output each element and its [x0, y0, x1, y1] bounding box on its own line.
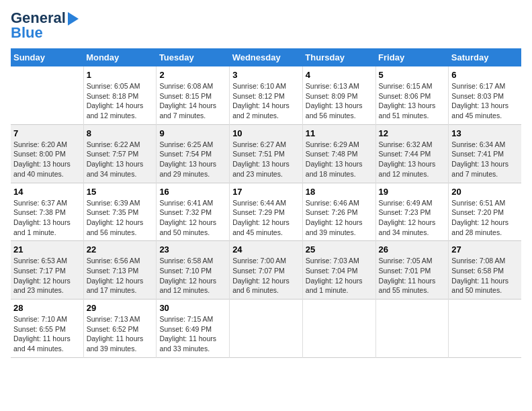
day-info: Sunrise: 6:46 AMSunset: 7:26 PMDaylight:… — [306, 198, 373, 238]
calendar-cell: 28Sunrise: 7:10 AMSunset: 6:55 PMDayligh… — [11, 300, 83, 358]
calendar-cell: 27Sunrise: 7:08 AMSunset: 6:58 PMDayligh… — [449, 241, 521, 300]
day-info: Sunrise: 6:39 AMSunset: 7:35 PMDaylight:… — [87, 198, 154, 238]
day-number: 9 — [159, 128, 226, 138]
logo-text-blue: Blue — [11, 26, 43, 40]
calendar-cell: 8Sunrise: 6:22 AMSunset: 7:57 PMDaylight… — [83, 124, 157, 183]
day-info: Sunrise: 6:27 AMSunset: 7:51 PMDaylight:… — [232, 140, 300, 179]
calendar-cell: 3Sunrise: 6:10 AMSunset: 8:12 PMDaylight… — [230, 66, 303, 124]
day-number: 30 — [159, 303, 226, 313]
calendar-cell: 18Sunrise: 6:46 AMSunset: 7:26 PMDayligh… — [302, 183, 375, 241]
calendar-cell: 24Sunrise: 7:00 AMSunset: 7:07 PMDayligh… — [230, 241, 303, 300]
day-number: 14 — [13, 187, 81, 197]
day-info: Sunrise: 6:41 AMSunset: 7:32 PMDaylight:… — [159, 198, 226, 238]
day-number: 3 — [232, 70, 300, 80]
day-info: Sunrise: 6:51 AMSunset: 7:20 PMDaylight:… — [451, 198, 519, 238]
day-number: 20 — [451, 187, 519, 197]
day-number: 2 — [159, 70, 226, 80]
day-number: 18 — [306, 187, 373, 197]
calendar-cell: 22Sunrise: 6:56 AMSunset: 7:13 PMDayligh… — [83, 241, 157, 300]
calendar-cell: 17Sunrise: 6:44 AMSunset: 7:29 PMDayligh… — [230, 183, 303, 241]
day-number: 21 — [13, 244, 81, 255]
calendar-cell — [302, 300, 375, 358]
day-info: Sunrise: 6:56 AMSunset: 7:13 PMDaylight:… — [87, 256, 154, 295]
day-info: Sunrise: 6:44 AMSunset: 7:29 PMDaylight:… — [232, 198, 300, 238]
day-info: Sunrise: 6:20 AMSunset: 8:00 PMDaylight:… — [13, 140, 81, 179]
header-thursday: Thursday — [302, 48, 375, 66]
day-number: 13 — [451, 128, 519, 138]
day-number: 1 — [87, 70, 154, 80]
day-info: Sunrise: 6:53 AMSunset: 7:17 PMDaylight:… — [13, 256, 81, 295]
day-number: 19 — [379, 187, 446, 197]
calendar-cell: 26Sunrise: 7:05 AMSunset: 7:01 PMDayligh… — [375, 241, 449, 300]
week-row: 28Sunrise: 7:10 AMSunset: 6:55 PMDayligh… — [11, 300, 521, 358]
day-number: 27 — [451, 244, 519, 255]
week-row: 7Sunrise: 6:20 AMSunset: 8:00 PMDaylight… — [11, 124, 521, 183]
calendar-cell: 12Sunrise: 6:32 AMSunset: 7:44 PMDayligh… — [375, 124, 449, 183]
calendar-cell — [230, 300, 303, 358]
day-info: Sunrise: 6:25 AMSunset: 7:54 PMDaylight:… — [159, 140, 226, 179]
calendar-cell: 16Sunrise: 6:41 AMSunset: 7:32 PMDayligh… — [157, 183, 230, 241]
week-row: 1Sunrise: 6:05 AMSunset: 8:18 PMDaylight… — [11, 66, 521, 124]
header-tuesday: Tuesday — [157, 48, 230, 66]
day-number: 26 — [379, 244, 446, 255]
calendar-cell: 29Sunrise: 7:13 AMSunset: 6:52 PMDayligh… — [83, 300, 157, 358]
calendar-cell: 15Sunrise: 6:39 AMSunset: 7:35 PMDayligh… — [83, 183, 157, 241]
calendar-cell: 6Sunrise: 6:17 AMSunset: 8:03 PMDaylight… — [449, 66, 521, 124]
calendar-cell: 9Sunrise: 6:25 AMSunset: 7:54 PMDaylight… — [157, 124, 230, 183]
day-number: 24 — [232, 244, 300, 255]
calendar-table: SundayMondayTuesdayWednesdayThursdayFrid… — [11, 48, 521, 358]
calendar-cell — [375, 300, 449, 358]
calendar-cell: 20Sunrise: 6:51 AMSunset: 7:20 PMDayligh… — [449, 183, 521, 241]
day-info: Sunrise: 6:32 AMSunset: 7:44 PMDaylight:… — [379, 140, 446, 179]
day-number: 15 — [87, 187, 154, 197]
calendar-cell: 5Sunrise: 6:15 AMSunset: 8:06 PMDaylight… — [375, 66, 449, 124]
calendar-cell: 23Sunrise: 6:58 AMSunset: 7:10 PMDayligh… — [157, 241, 230, 300]
day-number: 29 — [87, 303, 154, 313]
calendar-cell: 13Sunrise: 6:34 AMSunset: 7:41 PMDayligh… — [449, 124, 521, 183]
calendar-cell: 30Sunrise: 7:15 AMSunset: 6:49 PMDayligh… — [157, 300, 230, 358]
day-info: Sunrise: 6:22 AMSunset: 7:57 PMDaylight:… — [87, 140, 154, 179]
page-header: General Blue — [11, 11, 521, 40]
logo: General Blue — [11, 11, 79, 40]
header-sunday: Sunday — [11, 48, 83, 66]
day-number: 5 — [379, 70, 446, 80]
day-info: Sunrise: 7:10 AMSunset: 6:55 PMDaylight:… — [13, 314, 81, 354]
day-info: Sunrise: 6:08 AMSunset: 8:15 PMDaylight:… — [159, 81, 226, 121]
header-wednesday: Wednesday — [230, 48, 303, 66]
day-info: Sunrise: 7:08 AMSunset: 6:58 PMDaylight:… — [451, 256, 519, 295]
day-number: 10 — [232, 128, 300, 138]
day-number: 23 — [159, 244, 226, 255]
day-info: Sunrise: 6:13 AMSunset: 8:09 PMDaylight:… — [306, 81, 373, 121]
day-number: 16 — [159, 187, 226, 197]
calendar-cell: 4Sunrise: 6:13 AMSunset: 8:09 PMDaylight… — [302, 66, 375, 124]
day-info: Sunrise: 6:29 AMSunset: 7:48 PMDaylight:… — [306, 140, 373, 179]
day-number: 12 — [379, 128, 446, 138]
day-number: 4 — [306, 70, 373, 80]
logo-text-general: General — [11, 11, 66, 26]
day-number: 8 — [87, 128, 154, 138]
day-number: 17 — [232, 187, 300, 197]
calendar-cell — [449, 300, 521, 358]
day-number: 25 — [306, 244, 373, 255]
header-monday: Monday — [83, 48, 157, 66]
day-info: Sunrise: 6:58 AMSunset: 7:10 PMDaylight:… — [159, 256, 226, 295]
day-info: Sunrise: 6:49 AMSunset: 7:23 PMDaylight:… — [379, 198, 446, 238]
calendar-cell — [11, 66, 83, 124]
day-info: Sunrise: 7:13 AMSunset: 6:52 PMDaylight:… — [87, 314, 154, 354]
calendar-cell: 10Sunrise: 6:27 AMSunset: 7:51 PMDayligh… — [230, 124, 303, 183]
day-number: 28 — [13, 303, 81, 313]
calendar-cell: 19Sunrise: 6:49 AMSunset: 7:23 PMDayligh… — [375, 183, 449, 241]
day-info: Sunrise: 7:05 AMSunset: 7:01 PMDaylight:… — [379, 256, 446, 295]
day-info: Sunrise: 6:37 AMSunset: 7:38 PMDaylight:… — [13, 198, 81, 238]
day-info: Sunrise: 7:15 AMSunset: 6:49 PMDaylight:… — [159, 314, 226, 354]
day-info: Sunrise: 6:15 AMSunset: 8:06 PMDaylight:… — [379, 81, 446, 121]
day-number: 22 — [87, 244, 154, 255]
day-info: Sunrise: 6:05 AMSunset: 8:18 PMDaylight:… — [87, 81, 154, 121]
header-friday: Friday — [375, 48, 449, 66]
calendar-header-row: SundayMondayTuesdayWednesdayThursdayFrid… — [11, 48, 521, 66]
header-saturday: Saturday — [449, 48, 521, 66]
calendar-cell: 25Sunrise: 7:03 AMSunset: 7:04 PMDayligh… — [302, 241, 375, 300]
day-info: Sunrise: 6:34 AMSunset: 7:41 PMDaylight:… — [451, 140, 519, 179]
day-info: Sunrise: 7:03 AMSunset: 7:04 PMDaylight:… — [306, 256, 373, 295]
week-row: 14Sunrise: 6:37 AMSunset: 7:38 PMDayligh… — [11, 183, 521, 241]
